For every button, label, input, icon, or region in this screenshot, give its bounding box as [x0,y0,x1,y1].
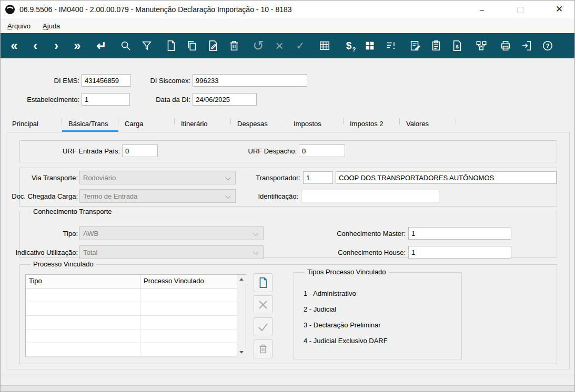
layout-icon[interactable] [363,38,377,54]
urf-despacho-input[interactable] [299,145,345,157]
delete-processo-button[interactable] [254,339,273,358]
estabelecimento-label: Estabelecimento: [16,96,79,104]
last-record-icon[interactable]: » [70,38,84,54]
tipo-item-administrativo: 1 - Administrativo [304,290,356,297]
bottom-divider [1,375,574,375]
processo-vinculado-group-title: Processo Vinculado [31,260,96,268]
di-ems-input[interactable] [82,74,131,87]
confirm-icon[interactable]: ✓ [294,38,307,54]
scroll-down-arrow[interactable] [237,348,246,357]
notes-icon[interactable] [408,38,422,54]
identificacao-label: Identificação: [248,192,298,200]
next-record-icon[interactable]: › [49,38,63,54]
processo-vinculado-table[interactable]: Tipo Processo Vinculado [25,274,246,357]
close-button[interactable]: ✕ [546,1,572,18]
first-record-icon[interactable]: « [7,38,21,54]
column-header-tipo[interactable]: Tipo [26,275,140,288]
tab-carga[interactable]: Carga [118,117,175,132]
delete-record-icon[interactable] [227,38,241,54]
estabelecimento-input[interactable] [82,93,130,106]
filter-icon[interactable] [140,38,154,54]
processo-vinculado-group: Processo Vinculado Tipo Processo Vincula… [19,264,557,364]
tab-basica-trans[interactable]: Básica/Trans [62,117,118,132]
tab-valores[interactable]: Valores [400,117,456,132]
tab-despesas[interactable]: Despesas [231,117,287,132]
table-row[interactable] [26,316,237,329]
sort-exclamation-icon[interactable] [384,38,398,54]
prev-record-icon[interactable]: ‹ [28,38,42,54]
transportador-label: Transportador: [243,174,300,182]
menu-ajuda[interactable]: Ajuda [37,20,65,32]
tipos-processo-group-title: Tipos Processo Vinculado [305,268,389,276]
table-body: Tipo Processo Vinculado [26,275,237,357]
toolbar: « ‹ › » ↵ ↺ × ✓ $? [1,33,574,58]
tab-impostos-2[interactable]: Impostos 2 [344,117,400,132]
cancel-icon[interactable]: × [273,38,286,54]
table-icon[interactable] [318,38,331,54]
conhecimento-house-input[interactable] [408,246,511,259]
copy-record-icon[interactable] [185,38,199,54]
print-icon[interactable] [499,38,512,54]
chevron-down-icon [253,231,258,236]
clipboard-icon[interactable] [429,38,443,54]
tab-impostos[interactable]: Impostos [287,117,344,132]
table-row[interactable] [26,302,237,316]
conhecimento-master-input[interactable] [408,227,511,240]
table-scrollbar[interactable] [237,275,246,357]
urf-entrada-pais-label: URF Entrada País: [43,147,120,155]
identificacao-input[interactable] [301,190,439,202]
invoice-icon[interactable]: $ [450,38,464,54]
di-ems-label: DI EMS: [22,77,79,85]
di-siscomex-label: DI Siscomex: [135,77,190,85]
data-di-label: Data da DI: [143,96,190,104]
indicativo-utilizacao-label: Indicativo Utilização: [9,249,78,256]
app-window: 06.9.5506 - IM0400 - 2.00.00.079 - Manut… [0,0,575,392]
tipo-item-declaracao-preliminar: 3 - Declaração Preliminar [304,321,381,329]
tipo-label: Tipo: [32,230,78,238]
add-processo-button[interactable] [254,273,273,292]
hierarchy-icon[interactable] [475,38,488,54]
conhecimento-master-label: Conhecimento Master: [321,230,406,238]
edit-record-icon[interactable] [206,38,220,54]
table-header-row: Tipo Processo Vinculado [26,275,237,288]
status-bar [1,385,574,391]
scroll-up-arrow[interactable] [237,275,246,284]
search-icon[interactable] [119,38,133,54]
tipos-processo-group: Tipos Processo Vinculado 1 - Administrat… [294,272,462,359]
table-row[interactable] [26,329,237,343]
tipo-item-judicial-exclusivo-darf: 4 - Judicial Exclusivo DARF [304,337,388,345]
transportador-nome-input[interactable] [336,171,557,184]
help-icon[interactable]: ? [541,38,554,54]
via-transporte-select[interactable]: Rodoviário [79,171,236,184]
add-record-icon[interactable] [164,38,178,54]
chevron-down-icon [225,175,230,180]
currency-query-icon[interactable]: $? [342,38,356,54]
column-header-processo-vinculado[interactable]: Processo Vinculado [140,275,237,288]
undo-icon[interactable]: ↺ [251,38,265,54]
indicativo-utilizacao-select[interactable]: Total [79,245,264,259]
transportador-codigo-input[interactable] [303,171,333,184]
window-title: 06.9.5506 - IM0400 - 2.00.00.079 - Manut… [19,5,292,14]
data-di-input[interactable] [193,93,257,106]
menu-bar: Arquivo Ajuda [1,18,574,33]
doc-chegada-carga-select[interactable]: Termo de Entrada [79,189,236,203]
table-row[interactable] [26,288,237,302]
maximize-button[interactable]: ▢ [507,1,533,18]
urf-entrada-pais-input[interactable] [122,145,158,157]
menu-arquivo[interactable]: Arquivo [2,20,36,32]
exit-icon[interactable] [520,38,533,54]
table-row[interactable] [26,343,237,357]
tab-strip: Principal Básica/Trans Carga Itinerário … [6,117,456,132]
chevron-down-icon [253,250,258,255]
di-siscomex-input[interactable] [193,74,307,87]
title-bar: 06.9.5506 - IM0400 - 2.00.00.079 - Manut… [1,1,574,18]
cancel-processo-button[interactable] [254,295,273,314]
minimize-button[interactable]: – [469,1,495,18]
app-logo-icon [5,4,15,15]
tab-principal[interactable]: Principal [6,117,62,132]
conhecimento-group-title: Conhecimento Transporte [31,208,115,215]
return-icon[interactable]: ↵ [95,38,108,54]
confirm-processo-button[interactable] [254,317,273,336]
tab-itinerario[interactable]: Itinerário [175,117,231,132]
tipo-select[interactable]: AWB [79,226,264,240]
